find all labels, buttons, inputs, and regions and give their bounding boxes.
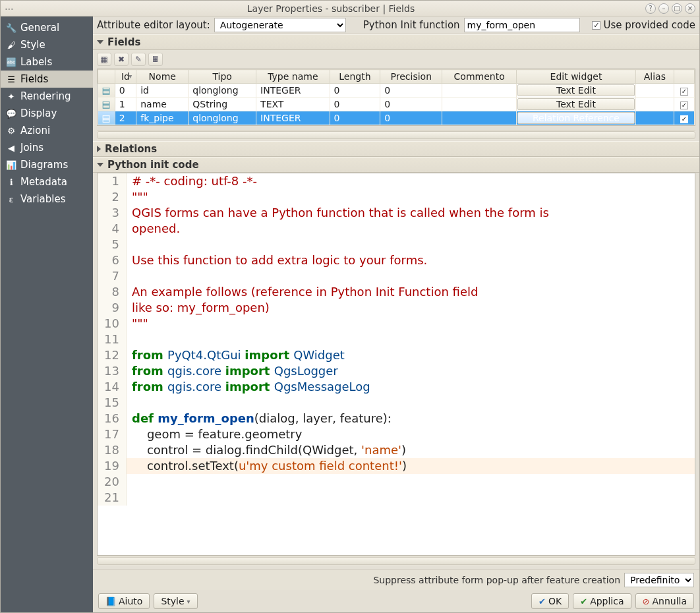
fields-icon: ☰ (6, 74, 16, 84)
sidebar-item-fields[interactable]: ☰Fields (1, 71, 93, 88)
display-icon: 💬 (6, 108, 16, 119)
edit-field-button[interactable]: ✎ (131, 53, 146, 66)
table-row[interactable]: ▤0idqlonglongINTEGER00Text Edit✓ (98, 84, 695, 98)
fields-section-header[interactable]: Fields (93, 34, 699, 50)
python-code-section-header[interactable]: Python init code (93, 157, 699, 173)
sidebar-item-label: Fields (20, 73, 48, 85)
attr-editor-select[interactable]: Autogenerate (214, 18, 346, 32)
use-provided-code-checkbox[interactable]: ✓Use provided code (592, 19, 695, 31)
fields-table[interactable]: Id▾NomeTipoType nameLengthPrecisionComme… (97, 69, 695, 126)
sidebar-item-label: Rendering (20, 90, 71, 102)
sidebar-item-diagrams[interactable]: 📊Diagrams (1, 156, 93, 173)
sidebar-item-metadata[interactable]: ℹMetadata (1, 173, 93, 190)
sidebar-item-display[interactable]: 💬Display (1, 105, 93, 122)
expand-icon (97, 146, 101, 152)
fields-hscrollbar[interactable] (97, 130, 695, 140)
col-header[interactable]: Precision (380, 70, 442, 84)
delete-field-button[interactable]: ✖ (114, 53, 129, 66)
sidebar-item-label: Labels (20, 56, 52, 68)
sidebar-item-label: Style (20, 39, 45, 51)
edit-widget-button[interactable]: Relation Reference (517, 112, 635, 124)
ok-button[interactable]: ✔OK (531, 593, 569, 609)
col-header[interactable] (674, 70, 694, 84)
labels-icon: 🔤 (6, 57, 16, 67)
field-calculator-button[interactable]: 🖩 (148, 53, 163, 66)
sidebar-item-label: Diagrams (20, 159, 68, 171)
edit-widget-button[interactable]: Text Edit (517, 98, 635, 110)
help-window-button[interactable]: ? (645, 3, 656, 14)
relations-section-header[interactable]: Relations (93, 141, 699, 157)
sidebar-item-azioni[interactable]: ⚙Azioni (1, 122, 93, 139)
style-icon: 🖌 (6, 40, 16, 50)
style-button[interactable]: Style ▾ (154, 593, 197, 609)
sidebar: 🔧General🖌Style🔤Labels☰Fields✦Rendering💬D… (1, 16, 93, 612)
chevron-down-icon: ▾ (187, 598, 190, 605)
attr-editor-label: Attribute editor layout: (97, 19, 210, 31)
sidebar-item-label: Joins (20, 142, 44, 154)
sidebar-item-variables[interactable]: εVariables (1, 190, 93, 208)
annulla-button[interactable]: ⊘Annulla (635, 593, 694, 609)
sidebar-item-label: Variables (20, 193, 66, 205)
sidebar-item-labels[interactable]: 🔤Labels (1, 53, 93, 71)
diagrams-icon: 📊 (6, 160, 16, 170)
maximize-window-button[interactable]: □ (672, 3, 682, 14)
sidebar-item-label: Azioni (20, 125, 50, 136)
titlebar: ⋯ Layer Properties - subscriber | Fields… (1, 1, 699, 16)
row-icon: ▤ (98, 84, 115, 98)
sidebar-item-general[interactable]: 🔧General (1, 19, 93, 36)
edit-widget-button[interactable]: Text Edit (517, 84, 635, 96)
sidebar-item-style[interactable]: 🖌Style (1, 36, 93, 53)
visible-checkbox[interactable]: ✓ (680, 102, 688, 109)
sidebar-item-label: Metadata (20, 176, 67, 188)
col-header[interactable]: Length (330, 70, 380, 84)
col-header[interactable]: Alias (636, 70, 674, 84)
rendering-icon: ✦ (6, 91, 16, 102)
col-header[interactable]: Edit widget (516, 70, 635, 84)
new-field-button[interactable]: ▦ (97, 53, 111, 66)
sidebar-item-label: General (20, 22, 59, 34)
metadata-icon: ℹ (6, 177, 16, 187)
joins-icon: ◀ (6, 142, 16, 153)
visible-checkbox[interactable]: ✓ (680, 115, 688, 123)
azioni-icon: ⚙ (6, 125, 16, 136)
col-header[interactable]: Nome (136, 70, 189, 84)
col-header[interactable]: Commento (442, 70, 517, 84)
collapse-icon (97, 163, 103, 167)
close-window-button[interactable]: × (685, 3, 695, 14)
general-icon: 🔧 (6, 22, 16, 33)
row-icon: ▤ (98, 111, 115, 125)
fields-toolbar: ▦ ✖ ✎ 🖩 (93, 50, 699, 69)
aiuto-button[interactable]: 📘Aiuto (98, 593, 150, 609)
python-init-label: Python Init function (363, 19, 460, 31)
sidebar-item-rendering[interactable]: ✦Rendering (1, 88, 93, 105)
visible-checkbox[interactable]: ✓ (680, 88, 688, 96)
code-hscrollbar[interactable] (97, 556, 695, 566)
window-menu-icon[interactable]: ⋯ (5, 3, 16, 14)
sidebar-item-label: Display (20, 107, 57, 119)
suppress-form-row: Suppress attribute form pop-up after fea… (93, 569, 699, 590)
col-header[interactable]: Type name (256, 70, 330, 84)
col-header[interactable]: Tipo (189, 70, 256, 84)
row-icon: ▤ (98, 98, 115, 111)
applica-button[interactable]: ✔Applica (573, 593, 631, 609)
col-header[interactable]: Id▾ (115, 70, 136, 84)
sidebar-item-joins[interactable]: ◀Joins (1, 139, 93, 156)
window-title: Layer Properties - subscriber | Fields (16, 3, 645, 14)
dialog-buttons: 📘Aiuto Style ▾ ✔OK ✔Applica ⊘Annulla (93, 590, 699, 612)
suppress-form-label: Suppress attribute form pop-up after fea… (98, 575, 620, 585)
table-row[interactable]: ▤1nameQStringTEXT00Text Edit✓ (98, 98, 695, 111)
main: Attribute editor layout: Autogenerate Py… (93, 16, 699, 612)
python-init-input[interactable] (464, 18, 580, 32)
python-code-editor[interactable]: 1# -*- coding: utf-8 -*-2"""3QGIS forms … (97, 173, 695, 556)
top-toolbar: Attribute editor layout: Autogenerate Py… (93, 16, 699, 34)
table-row[interactable]: ▤2fk_pipeqlonglongINTEGER00Relation Refe… (98, 111, 695, 125)
variables-icon: ε (6, 194, 16, 204)
suppress-form-select[interactable]: Predefinito (624, 573, 694, 587)
minimize-window-button[interactable]: – (658, 3, 669, 14)
collapse-icon (97, 40, 103, 44)
window: ⋯ Layer Properties - subscriber | Fields… (0, 0, 700, 613)
